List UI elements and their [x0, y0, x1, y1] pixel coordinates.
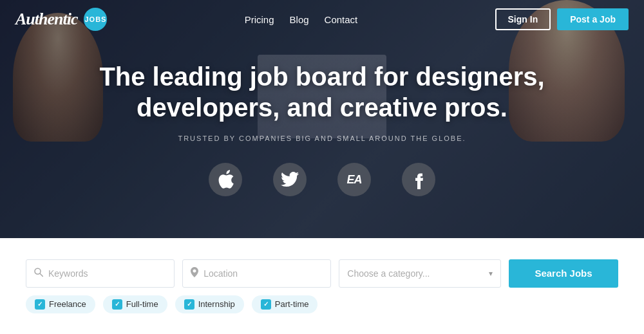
header-actions: Sign In Post a Job	[495, 8, 629, 30]
hero-subtitle: TRUSTED BY COMPANIES BIG AND SMALL AROUN…	[39, 135, 605, 142]
freelance-checkbox	[35, 299, 45, 310]
filter-internship[interactable]: Internship	[175, 295, 244, 313]
parttime-label: Part-time	[275, 299, 309, 309]
parttime-checkbox	[261, 299, 271, 310]
category-select-wrap: Choose a category... Design Development …	[339, 259, 501, 288]
logo-text: Authentic	[15, 10, 77, 29]
filter-fulltime[interactable]: Full-time	[103, 295, 167, 313]
hero-content: The leading job board for designers, dev…	[0, 61, 644, 163]
facebook-logo	[402, 163, 435, 196]
signin-button[interactable]: Sign In	[495, 8, 551, 30]
location-input-wrap	[182, 259, 331, 288]
keywords-input-wrap	[26, 259, 175, 288]
keywords-input[interactable]	[48, 268, 166, 279]
nav-pricing[interactable]: Pricing	[245, 14, 274, 25]
filter-freelance[interactable]: Freelance	[26, 295, 95, 313]
company-logos: EA	[209, 163, 435, 196]
internship-label: Internship	[198, 299, 235, 309]
main-nav: Pricing Blog Contact	[245, 14, 358, 25]
search-row: Choose a category... Design Development …	[26, 259, 618, 288]
internship-checkbox	[184, 299, 194, 310]
filter-parttime[interactable]: Part-time	[252, 295, 318, 313]
nav-blog[interactable]: Blog	[290, 14, 309, 25]
svg-line-1	[40, 274, 43, 277]
logo-area: Authentic JOBS	[15, 8, 107, 31]
ea-logo: EA	[337, 163, 371, 196]
site-header: Authentic JOBS Pricing Blog Contact Sign…	[0, 0, 644, 39]
search-icon	[34, 268, 43, 279]
search-section: Choose a category... Design Development …	[0, 238, 644, 334]
nav-contact[interactable]: Contact	[325, 14, 358, 25]
hero-title: The leading job board for designers, dev…	[39, 61, 605, 123]
fulltime-label: Full-time	[126, 299, 158, 309]
jobs-badge: JOBS	[84, 8, 107, 31]
filter-row: Freelance Full-time Internship Part-time	[26, 295, 618, 313]
category-select[interactable]: Choose a category... Design Development …	[347, 268, 493, 279]
post-job-button[interactable]: Post a Job	[557, 8, 629, 30]
apple-logo	[209, 163, 242, 196]
freelance-label: Freelance	[49, 299, 86, 309]
search-jobs-button[interactable]: Search Jobs	[509, 259, 618, 288]
location-input[interactable]	[204, 268, 323, 279]
twitter-logo	[273, 163, 307, 196]
location-icon	[191, 267, 198, 280]
fulltime-checkbox	[112, 299, 122, 310]
